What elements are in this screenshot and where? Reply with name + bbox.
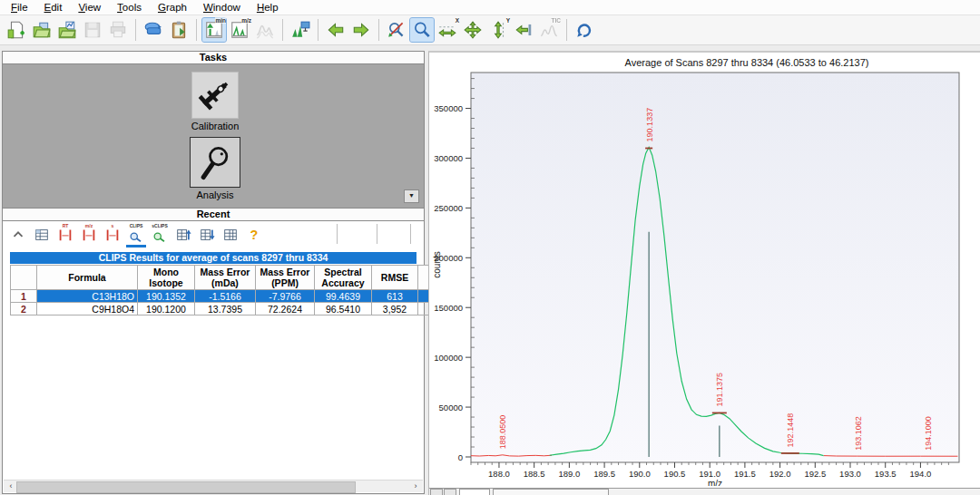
cell-rmse[interactable]: 3,952 — [372, 303, 418, 315]
scan-range-button[interactable]: s — [103, 225, 122, 245]
cell-spectral-accuracy[interactable]: 99.4639 — [315, 290, 372, 303]
toolbar-separator — [135, 19, 136, 41]
table-row[interactable]: 1 C13H18O 190.1352 -1.5166 -7.9766 99.46… — [11, 290, 463, 303]
cell-formula[interactable]: C9H18O4 — [37, 303, 138, 315]
cell-mass-error-ppm[interactable]: 72.2624 — [256, 303, 315, 315]
cell-mass-error-mda[interactable]: 13.7395 — [195, 303, 256, 315]
sclips-button[interactable]: sCLIPS — [150, 225, 170, 245]
link-views-button[interactable] — [573, 18, 596, 42]
clips-button[interactable]: CLIPS — [126, 225, 146, 245]
cell-mono-isotope[interactable]: 190.1352 — [138, 290, 195, 303]
menu-graph[interactable]: Graph — [150, 2, 195, 13]
previous-zoom-button[interactable] — [512, 18, 535, 42]
paste-button[interactable] — [167, 18, 191, 42]
main-toolbar: minm/zXYTIC — [0, 15, 980, 45]
scroll-left-icon[interactable]: ‹ — [5, 480, 16, 491]
page-new-icon — [6, 20, 26, 40]
icon-label: Y — [506, 17, 510, 24]
peak-label: 191.1375 — [715, 373, 724, 407]
scrollbar-thumb[interactable] — [16, 481, 356, 493]
chromatogram-view-button[interactable]: min — [202, 18, 226, 42]
toolbar-separator — [378, 19, 379, 41]
view-tab[interactable] — [493, 489, 609, 495]
toolbar-separator — [337, 224, 338, 244]
menu-window[interactable]: Window — [195, 2, 249, 13]
mz-range-button[interactable]: m/z — [79, 225, 99, 245]
view-tab[interactable] — [459, 489, 490, 495]
menu-file[interactable]: File — [3, 2, 36, 13]
tic-button: TIC — [537, 18, 561, 42]
grid-properties-button[interactable] — [32, 225, 52, 245]
svg-text:?: ? — [250, 228, 259, 242]
table-row[interactable]: 2 C9H18O4 190.1200 13.7395 72.2624 96.54… — [11, 303, 463, 315]
table-view-button[interactable] — [220, 225, 240, 245]
col-mass-error-mda[interactable]: Mass Error (mDa) — [195, 266, 256, 290]
open-file-button[interactable] — [30, 18, 54, 42]
recent-header-label: Recent — [197, 209, 230, 219]
recent-header: Recent — [3, 209, 424, 221]
expand-y-button[interactable]: Y — [486, 18, 510, 42]
folder-chart-icon — [57, 20, 77, 40]
row-number: 2 — [11, 303, 37, 315]
folder-open-icon — [32, 20, 52, 40]
y-tick-label: 0 — [458, 452, 463, 462]
peak-label: 192.1448 — [786, 413, 795, 448]
pan-button[interactable] — [461, 18, 485, 42]
task-calibration[interactable]: Calibration — [168, 72, 262, 131]
table-export-up-button[interactable] — [173, 225, 193, 245]
table-down-icon — [199, 227, 215, 243]
components-view-button[interactable] — [289, 18, 312, 42]
icon-label: m/z — [241, 17, 251, 24]
col-mass-error-ppm[interactable]: Mass Error (PPM) — [256, 266, 315, 290]
icon-label: m/z — [79, 223, 99, 229]
view-tabstrip — [429, 488, 980, 495]
icon-label: min — [215, 17, 226, 24]
unzoom-tool-button[interactable] — [385, 18, 408, 42]
x-tick-label: 192.0 — [769, 469, 791, 479]
spectrum-view-button[interactable]: m/z — [228, 18, 251, 42]
icon-label: s — [103, 223, 122, 229]
help-button[interactable]: ? — [244, 225, 264, 245]
cell-rmse[interactable]: 613 — [372, 290, 418, 303]
menu-edit[interactable]: Edit — [36, 2, 71, 13]
tasks-dropdown-button[interactable]: ▼ — [404, 189, 419, 203]
cell-formula[interactable]: C13H18O — [37, 290, 138, 303]
col-formula[interactable]: Formula — [37, 266, 138, 290]
cell-spectral-accuracy[interactable]: 96.5410 — [315, 303, 372, 315]
col-spectral-accuracy[interactable]: Spectral Accuracy — [315, 266, 372, 290]
peak-label: 193.1062 — [854, 416, 863, 451]
y-tick-label: 300000 — [434, 153, 463, 163]
tab-scroll-right-button[interactable] — [444, 489, 456, 495]
task-analysis[interactable]: Analysis — [168, 137, 262, 200]
copy-view-button[interactable] — [142, 18, 165, 42]
toolbar-separator — [318, 19, 318, 41]
table-export-down-button[interactable] — [197, 225, 217, 245]
cell-mass-error-ppm[interactable]: -7.9766 — [256, 290, 315, 303]
y-tick-label: 50000 — [439, 403, 463, 412]
toolbar-separator — [196, 19, 197, 41]
rt-range-button[interactable]: RT — [55, 225, 75, 245]
collapse-button[interactable] — [8, 225, 28, 245]
x-tick-label: 192.5 — [804, 469, 826, 479]
horizontal-scrollbar[interactable]: ‹ › — [4, 480, 423, 492]
scroll-right-icon[interactable]: › — [410, 480, 421, 491]
icon-label: X — [456, 17, 459, 24]
forward-button[interactable] — [349, 18, 373, 42]
menu-tools[interactable]: Tools — [109, 2, 150, 13]
zoom-button[interactable] — [410, 18, 434, 42]
cell-mono-isotope[interactable]: 190.1200 — [138, 303, 195, 315]
menu-view[interactable]: View — [70, 2, 109, 13]
menubar: File Edit View Tools Graph Window Help — [0, 0, 980, 15]
col-rmse[interactable]: RMSE — [372, 266, 418, 290]
new-analysis-button[interactable] — [5, 18, 28, 42]
cell-mass-error-mda[interactable]: -1.5166 — [195, 290, 256, 303]
tab-scroll-left-button[interactable] — [430, 489, 443, 495]
toolbar-separator — [377, 224, 377, 244]
spectrum-plot[interactable]: Average of Scans 8297 thru 8334 (46.0533… — [429, 53, 980, 486]
col-mono-isotope[interactable]: Mono Isotope — [138, 266, 195, 290]
expand-x-button[interactable]: X — [436, 18, 459, 42]
menu-help[interactable]: Help — [249, 2, 287, 13]
import-data-button[interactable] — [55, 18, 79, 42]
back-button[interactable] — [324, 18, 348, 42]
chart-panel: Average of Scans 8297 thru 8334 (46.0533… — [428, 51, 980, 495]
